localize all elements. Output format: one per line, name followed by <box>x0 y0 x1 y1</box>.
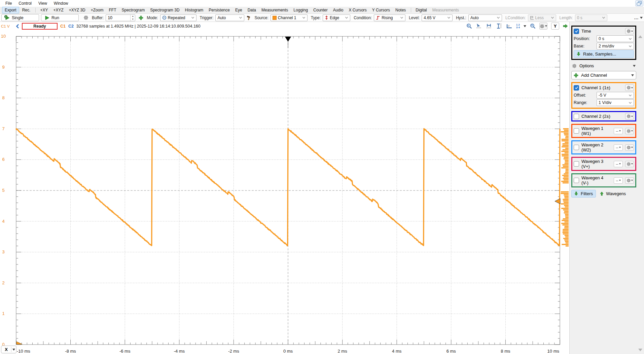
view-tab-digital[interactable]: Digital <box>413 7 429 13</box>
view-tab-audio[interactable]: Audio <box>331 7 346 13</box>
view-tab-counter[interactable]: Counter <box>311 7 330 13</box>
view-tab-histogram[interactable]: Histogram <box>183 7 206 13</box>
view-tab-rec-[interactable]: Rec. <box>20 7 33 13</box>
wavegen3-checkbox[interactable] <box>574 161 579 167</box>
single-button[interactable]: 1 Single <box>1 14 39 21</box>
buffer-value: 10 <box>106 15 130 21</box>
rate-samples-button[interactable]: Rate, Samples... <box>574 50 634 58</box>
sidebar-scrollbar[interactable] <box>638 35 643 351</box>
wavegen2-title: Wavegen 2 (W2) <box>581 142 611 152</box>
horizontal-cursor-icon[interactable] <box>486 23 492 29</box>
wavegen2-gear-button[interactable] <box>625 144 634 151</box>
plot-settings-gear-button[interactable] <box>539 23 547 30</box>
type-dropdown[interactable]: Edge <box>323 14 350 21</box>
menu-control[interactable]: Control <box>15 0 35 6</box>
trigger-dropdown[interactable]: Auto <box>215 14 244 21</box>
vertical-cursor-icon[interactable] <box>496 23 502 29</box>
toolbar-overflow-button[interactable]: ... <box>634 15 643 20</box>
cascade-windows-button[interactable] <box>635 0 643 6</box>
wavegen2-checkbox[interactable] <box>574 145 579 150</box>
offset-dropdown[interactable]: -5 V <box>597 92 634 99</box>
svg-text:2 ms: 2 ms <box>338 349 348 354</box>
menu-separator <box>35 8 36 12</box>
view-tab--xyz-3d[interactable]: +XYZ 3D <box>67 7 88 13</box>
wavegen1-gear-button[interactable] <box>625 128 634 134</box>
cursor-options-chevron-icon[interactable] <box>524 25 526 27</box>
c1-tab[interactable]: C1 <box>60 24 66 29</box>
wavegen1-preset-dropdown[interactable]: -- <box>614 128 623 134</box>
view-tab-spectrogram[interactable]: Spectrogram <box>119 7 147 13</box>
time-checkbox[interactable] <box>574 29 579 34</box>
filters-button[interactable]: Filters <box>571 190 596 198</box>
view-tab-y-cursors[interactable]: Y Cursors <box>370 7 392 13</box>
acquisition-gear-icon[interactable] <box>83 15 88 20</box>
channel1-checkbox[interactable] <box>574 85 579 91</box>
view-tab-persistence[interactable]: Persistence <box>206 7 232 13</box>
wavegens-toggle[interactable]: Wavegens <box>600 191 626 196</box>
mode-value: Repeated <box>168 15 190 20</box>
buffer-spin-arrows[interactable]: ▲▼ <box>130 15 135 21</box>
view-tab-eye[interactable]: Eye <box>233 7 245 13</box>
range-dropdown[interactable]: 1 V/div <box>597 99 634 106</box>
view-tab-spectrogram-3d[interactable]: Spectrogram 3D <box>148 7 182 13</box>
view-tab--zoom[interactable]: +Zoom <box>88 7 106 13</box>
zoom-option-icon[interactable]: 1 <box>466 23 472 29</box>
menu-view[interactable]: View <box>35 0 50 6</box>
run-button[interactable]: Run <box>41 14 79 21</box>
wavegen1-checkbox[interactable] <box>574 128 579 134</box>
wavegen3-gear-button[interactable] <box>625 161 634 167</box>
wavegen3-preset-dropdown[interactable]: -- <box>614 161 623 167</box>
waveform-chart[interactable]: -10 ms-8 ms-6 ms-4 ms-2 ms0 ms2 ms4 ms6 … <box>0 30 569 354</box>
wavegen2-preset-dropdown[interactable]: -- <box>614 144 623 151</box>
options-row[interactable]: Options <box>571 62 636 70</box>
view-tab-measurements[interactable]: Measurements <box>259 7 290 13</box>
scroll-down-icon[interactable] <box>638 349 642 351</box>
y-axis-button[interactable]: Y <box>551 23 559 30</box>
view-tab-x-cursors[interactable]: X Cursors <box>346 7 369 13</box>
add-channel-button[interactable]: Add Channel <box>571 71 636 79</box>
menu-file[interactable]: File <box>2 0 15 6</box>
channel1-gear-button[interactable] <box>625 84 634 91</box>
type-value: Edge <box>330 15 344 20</box>
mode-dropdown[interactable]: Repeated <box>160 14 196 21</box>
x-axis-button[interactable]: X <box>1 346 16 353</box>
c2-tab[interactable]: C2 <box>68 24 74 29</box>
trigger-tool-icon[interactable] <box>246 15 251 20</box>
hysteresis-dropdown[interactable]: Auto <box>468 14 502 21</box>
source-dropdown[interactable]: Channel 1 <box>271 14 308 21</box>
scroll-up-icon[interactable] <box>638 35 642 38</box>
buffer-spinner[interactable]: 10 ▲▼ <box>106 14 135 21</box>
corner-ruler-icon[interactable] <box>506 23 512 29</box>
zoom-plus-icon[interactable]: + <box>530 23 536 29</box>
svg-text:2: 2 <box>2 280 4 285</box>
wavegen3-panel: Wavegen 3 (V+)-- <box>571 157 636 171</box>
view-tab-export[interactable]: Export <box>2 7 19 13</box>
options-label: Options <box>579 64 630 68</box>
wavegen4-gear-button[interactable] <box>625 177 634 184</box>
view-tab--xyz[interactable]: +XYZ <box>51 7 66 13</box>
view-tab--xy[interactable]: +XY <box>38 7 50 13</box>
condition-dropdown[interactable]: Rising <box>374 14 405 21</box>
expand-right-arrow-icon[interactable] <box>563 24 568 28</box>
time-gear-button[interactable] <box>625 28 634 34</box>
view-tab-logging[interactable]: Logging <box>291 7 310 13</box>
wavegen4-checkbox[interactable] <box>574 178 579 183</box>
channel2-gear-button[interactable] <box>625 113 634 119</box>
view-tab-notes[interactable]: Notes <box>393 7 408 13</box>
quadrants-icon[interactable]: 1 23 4 <box>516 24 520 29</box>
menu-separator <box>411 8 411 12</box>
gear-chevron-icon <box>545 25 547 27</box>
position-dropdown[interactable]: 0 s <box>597 35 634 42</box>
view-tab-fft[interactable]: FFT <box>106 7 118 13</box>
oscilloscope-plot[interactable]: -10 ms-8 ms-6 ms-4 ms-2 ms0 ms2 ms4 ms6 … <box>0 30 569 354</box>
add-instrument-plus-icon[interactable] <box>139 15 143 20</box>
base-dropdown[interactable]: 2 ms/div <box>597 43 634 49</box>
channel2-checkbox[interactable] <box>574 114 579 119</box>
menu-window[interactable]: Window <box>50 0 72 6</box>
gear-icon <box>627 129 631 133</box>
pointer-ruler-icon[interactable] <box>476 23 482 29</box>
collapse-left-chevron-icon[interactable] <box>16 24 19 29</box>
level-dropdown[interactable]: 4.65 V <box>422 14 453 21</box>
wavegen4-preset-dropdown[interactable]: -- <box>614 177 623 184</box>
view-tab-data[interactable]: Data <box>245 7 258 13</box>
